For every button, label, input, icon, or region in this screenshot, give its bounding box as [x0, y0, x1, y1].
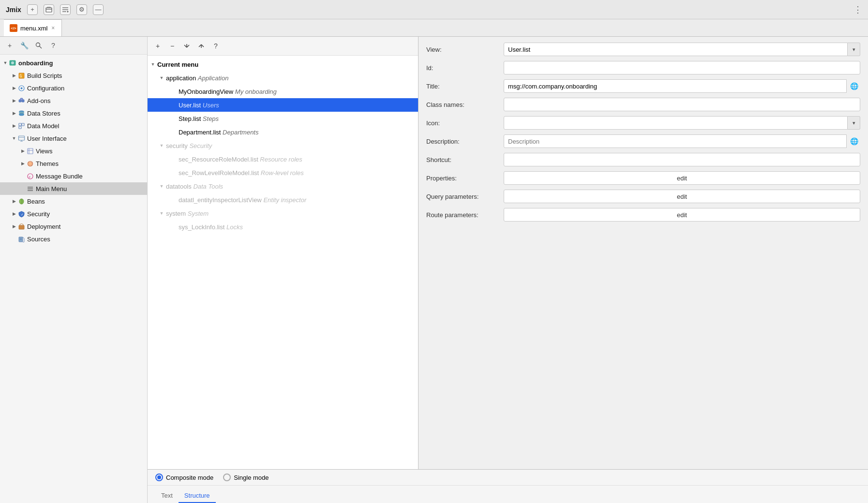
sidebar-item-beans[interactable]: ▶ Beans: [0, 195, 147, 207]
menu-item-lockinfo[interactable]: ▶ sys_LockInfo.list Locks: [148, 220, 418, 234]
sources-icon: [17, 235, 25, 243]
prop-row-icon: Icon: ▾: [426, 116, 860, 130]
sidebar-item-deployment[interactable]: ▶ Deployment: [0, 220, 147, 233]
prop-view-dropdown-btn[interactable]: ▾: [848, 43, 860, 56]
sidebar-item-sources[interactable]: ▶ Sources: [0, 233, 147, 245]
chevron-right-icon: ▶: [19, 160, 26, 167]
prop-classnames-input[interactable]: [504, 98, 860, 111]
minimize-icon[interactable]: —: [93, 4, 104, 15]
sidebar-help-btn[interactable]: ?: [47, 40, 59, 51]
prop-id-input[interactable]: [504, 61, 860, 74]
menu-remove-button[interactable]: −: [166, 40, 179, 52]
themes-icon: [26, 160, 34, 167]
tab-structure[interactable]: Structure: [179, 489, 216, 503]
prop-row-classnames: Class names:: [426, 98, 860, 111]
menu-rowlevelrole-italic: Row-level roles: [261, 169, 304, 177]
chevron-right-icon: ▶: [19, 148, 26, 154]
sidebar-add-btn[interactable]: +: [4, 40, 15, 51]
prop-icon-input[interactable]: [504, 116, 848, 130]
tab-text[interactable]: Text: [155, 489, 179, 503]
sidebar-beans-label: Beans: [27, 198, 45, 205]
menu-steplist-label: Step.list: [179, 115, 203, 122]
menu-move-up-button[interactable]: [180, 40, 193, 52]
menu-move-down-button[interactable]: [195, 40, 208, 52]
prop-row-route-params: Route parameters: edit: [426, 208, 860, 222]
settings-icon[interactable]: ⚙: [76, 4, 87, 15]
menu-item-datatools[interactable]: ▼ datatools Data Tools: [148, 179, 418, 193]
more-options-icon[interactable]: ⋮: [853, 4, 862, 15]
prop-icon-dropdown-btn[interactable]: ▾: [848, 116, 860, 130]
prop-properties-label: Properties:: [426, 175, 504, 182]
menu-tree: ▼ Current menu ▼ application Application…: [148, 56, 418, 469]
chevron-right-icon: ▶: [11, 198, 17, 205]
sidebar-item-main-menu[interactable]: ▶ Main Menu: [0, 182, 147, 195]
menu-steplist-italic: Steps: [203, 115, 219, 122]
prop-title-input[interactable]: [504, 79, 847, 93]
prop-shortcut-input[interactable]: [504, 153, 860, 166]
views-icon: [26, 147, 34, 155]
menu-userlist-label: User.list: [179, 102, 203, 109]
single-mode-radio[interactable]: [223, 473, 231, 481]
sidebar-item-views[interactable]: ▶ Views: [0, 145, 147, 157]
sidebar-item-build-scripts[interactable]: ▶ G Build Scripts: [0, 69, 147, 82]
svg-text:G: G: [19, 74, 22, 78]
prop-query-params-label: Query parameters:: [426, 193, 504, 200]
beans-icon: [17, 197, 25, 205]
sidebar-tools-btn[interactable]: 🔧: [18, 40, 30, 51]
single-mode-option[interactable]: Single mode: [223, 473, 269, 481]
menu-add-button[interactable]: +: [151, 40, 164, 52]
menu-item-resourcerole[interactable]: ▶ sec_ResourceRoleModel.list Resource ro…: [148, 152, 418, 166]
main-menu-icon: [26, 185, 34, 192]
sidebar-item-themes[interactable]: ▶ Themes: [0, 157, 147, 170]
prop-icon-label: Icon:: [426, 119, 504, 127]
menu-item-rowlevelrole[interactable]: ▶ sec_RowLevelRoleModel.list Row-level r…: [148, 166, 418, 179]
svg-rect-27: [28, 148, 33, 154]
editor-split: + −: [148, 37, 868, 469]
menu-item-userlist[interactable]: ▶ User.list Users: [148, 98, 418, 112]
menu-item-current[interactable]: ▼ Current menu: [148, 58, 418, 71]
sidebar-item-configuration[interactable]: ▶ Configuration: [0, 82, 147, 94]
menu-item-system[interactable]: ▼ system System: [148, 207, 418, 220]
prop-query-params-edit-btn[interactable]: edit: [504, 190, 860, 203]
menu-system-italic: System: [188, 210, 209, 217]
composite-mode-radio[interactable]: [155, 473, 163, 481]
sidebar-item-security[interactable]: ▶ ✓ Security: [0, 207, 147, 220]
menu-security-italic: Security: [189, 142, 212, 149]
svg-marker-4: [67, 11, 69, 13]
prop-properties-edit-btn[interactable]: edit: [504, 171, 860, 185]
prop-title-globe-btn[interactable]: 🌐: [848, 79, 860, 93]
menu-item-myonboarding[interactable]: ▶ MyOnboardingView My onboarding: [148, 85, 418, 98]
sidebar-item-data-stores[interactable]: ▶ Data Stores: [0, 107, 147, 119]
composite-mode-option[interactable]: Composite mode: [155, 473, 213, 481]
run-config-icon[interactable]: [60, 4, 71, 15]
menu-item-deptlist[interactable]: ▶ Department.list Departments: [148, 125, 418, 139]
menu-item-security[interactable]: ▼ security Security: [148, 139, 418, 152]
menu-xml-tab[interactable]: </> menu.xml ×: [4, 19, 62, 36]
sidebar-item-data-model[interactable]: ▶ Data Model: [0, 119, 147, 132]
sidebar-item-message-bundle[interactable]: ▶ x Message Bundle: [0, 170, 147, 182]
menu-rowlevelrole-label: sec_RowLevelRoleModel.list: [179, 169, 261, 177]
sidebar-item-add-ons[interactable]: ▶ Add-ons: [0, 94, 147, 107]
svg-text:✓: ✓: [20, 212, 23, 216]
sidebar-search-btn[interactable]: [33, 40, 45, 51]
menu-item-entityinspector[interactable]: ▶ datatl_entityInspectorListView Entity …: [148, 193, 418, 207]
menu-item-steplist[interactable]: ▶ Step.list Steps: [148, 112, 418, 125]
tab-close-button[interactable]: ×: [50, 24, 56, 32]
prop-route-params-edit-btn[interactable]: edit: [504, 208, 860, 222]
tab-filename: menu.xml: [20, 25, 47, 32]
sidebar-message-bundle-label: Message Bundle: [36, 173, 83, 180]
prop-view-input[interactable]: [504, 43, 848, 56]
sidebar-item-onboarding[interactable]: ▼ onboarding: [0, 57, 147, 69]
menu-item-application[interactable]: ▼ application Application: [148, 71, 418, 85]
prop-view-combo: ▾: [504, 43, 860, 56]
sidebar-item-user-interface[interactable]: ▼ User Interface: [0, 132, 147, 145]
new-icon[interactable]: +: [27, 4, 38, 15]
menu-help-button[interactable]: ?: [210, 40, 222, 52]
prop-description-input[interactable]: [504, 134, 847, 148]
sidebar-data-model-label: Data Model: [27, 122, 59, 130]
composite-mode-label: Composite mode: [166, 474, 213, 481]
prop-description-globe-btn[interactable]: 🌐: [848, 134, 860, 148]
current-menu-label: Current menu: [157, 61, 198, 68]
menu-toolbar: + −: [148, 37, 418, 56]
open-icon[interactable]: [44, 4, 54, 15]
